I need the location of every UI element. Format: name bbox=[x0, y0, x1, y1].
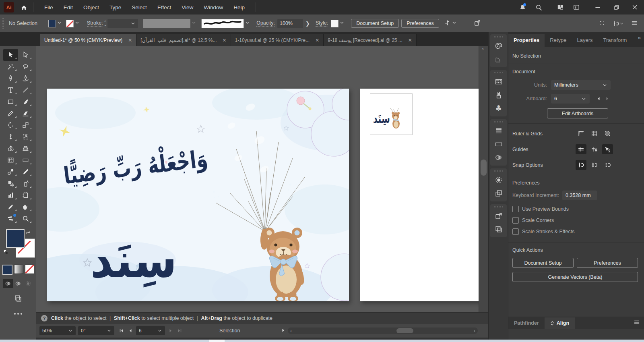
symbols-panel-icon[interactable]: ♣ bbox=[490, 102, 507, 115]
panel-menu-icon[interactable] bbox=[634, 319, 640, 327]
color-mode-button[interactable] bbox=[2, 265, 12, 275]
tab-align[interactable]: Align bbox=[545, 317, 575, 329]
snap-to-grid-button[interactable] bbox=[589, 160, 600, 170]
change-screen-mode-button[interactable] bbox=[0, 294, 36, 303]
align-glyph-grid-icon[interactable] bbox=[599, 20, 605, 27]
dock-group-grip[interactable] bbox=[494, 121, 503, 122]
pin-dropdown-icon[interactable] bbox=[452, 20, 457, 27]
brush-definition-preview[interactable] bbox=[201, 19, 244, 28]
swatches-panel-icon[interactable] bbox=[490, 75, 507, 88]
menu-type[interactable]: Type bbox=[104, 4, 126, 10]
fill-dropdown-icon[interactable] bbox=[57, 20, 62, 27]
gradient-tool[interactable] bbox=[18, 154, 33, 166]
graphic-styles-panel-icon[interactable] bbox=[490, 187, 507, 200]
artboard-tool[interactable] bbox=[18, 189, 33, 201]
menu-file[interactable]: File bbox=[39, 4, 58, 10]
eyedropper-tool[interactable] bbox=[18, 166, 33, 178]
width-profile-dropdown-icon[interactable] bbox=[191, 20, 196, 27]
scroll-right-icon[interactable]: › bbox=[474, 328, 475, 333]
menu-select[interactable]: Select bbox=[126, 4, 152, 10]
next-artboard-button[interactable] bbox=[604, 96, 611, 101]
gradient-mode-button[interactable] bbox=[14, 265, 23, 274]
dock-group-grip[interactable] bbox=[494, 206, 503, 207]
horizontal-scroll-thumb[interactable] bbox=[396, 328, 413, 333]
style-dropdown-icon[interactable] bbox=[339, 20, 345, 27]
previous-artboard-icon[interactable] bbox=[127, 328, 134, 333]
dock-group-grip[interactable] bbox=[494, 36, 503, 37]
minimize-button[interactable] bbox=[588, 0, 607, 14]
document-setup-button[interactable]: Document Setup bbox=[351, 19, 399, 28]
close-tab-icon[interactable]: ✕ bbox=[315, 37, 319, 43]
pencil-tool[interactable] bbox=[3, 108, 18, 119]
shape-builder-tool[interactable] bbox=[3, 143, 18, 154]
asset-export-panel-icon[interactable] bbox=[490, 209, 507, 222]
snap-to-glyph-button[interactable] bbox=[602, 160, 613, 170]
tab-layers[interactable]: Layers bbox=[572, 34, 598, 47]
brush-dropdown-icon[interactable] bbox=[245, 20, 250, 27]
pen-tool[interactable] bbox=[3, 73, 18, 84]
free-transform-tool[interactable] bbox=[18, 131, 33, 143]
stroke-panel-icon[interactable] bbox=[490, 124, 507, 137]
artboard-dropdown[interactable]: 6 bbox=[551, 94, 590, 104]
workspace-switcher-icon[interactable] bbox=[552, 0, 568, 14]
type-tool[interactable] bbox=[3, 84, 18, 96]
stroke-weight-label[interactable]: Stroke: bbox=[87, 20, 103, 27]
scale-tool[interactable] bbox=[18, 119, 33, 131]
artboard-next[interactable]: سِنَد bbox=[360, 89, 479, 301]
notifications-bell-icon[interactable] bbox=[514, 0, 530, 14]
help-icon[interactable]: ? bbox=[41, 315, 47, 321]
document-tab[interactable]: [تصميم_قلب_القرآن].ai* @ 12.5 %... ✕ bbox=[136, 34, 231, 46]
perspective-grid-tool[interactable] bbox=[18, 143, 33, 154]
fill-proxy-swatch[interactable] bbox=[6, 229, 25, 248]
tab-properties[interactable]: Properties bbox=[508, 34, 545, 47]
swap-fill-stroke-icon[interactable] bbox=[25, 230, 31, 237]
document-tab[interactable]: 9-18 يوسف [Recovered].ai @ 25 ... ✕ bbox=[324, 34, 417, 46]
variable-width-profile-dropdown[interactable] bbox=[143, 19, 190, 28]
menu-object[interactable]: Object bbox=[78, 4, 104, 10]
edit-artboards-icon[interactable] bbox=[474, 19, 481, 28]
style-label[interactable]: Style: bbox=[316, 20, 328, 27]
color-panel-icon[interactable] bbox=[490, 39, 507, 52]
fill-color-swatch[interactable] bbox=[48, 20, 56, 27]
stroke-weight-stepper[interactable]: ⌃⌃ bbox=[104, 21, 107, 26]
intertwine-tool[interactable] bbox=[3, 213, 18, 224]
knife-tool[interactable] bbox=[3, 201, 18, 213]
app-logo-icon[interactable]: Ai bbox=[4, 2, 14, 12]
status-expand-icon[interactable] bbox=[281, 328, 286, 334]
close-tab-icon[interactable]: ✕ bbox=[223, 37, 227, 43]
opacity-field[interactable]: 100% bbox=[277, 19, 303, 28]
close-tab-icon[interactable]: ✕ bbox=[128, 37, 132, 43]
tab-retype[interactable]: Retype bbox=[545, 34, 572, 47]
vertical-scrollbar[interactable]: ⌃ ⌃ bbox=[479, 46, 489, 324]
restore-button[interactable] bbox=[607, 0, 625, 14]
search-icon[interactable] bbox=[530, 0, 547, 14]
scale-corners-checkbox[interactable] bbox=[512, 217, 519, 224]
canvas-area[interactable]: وَاجْعَلْهُ رَبِّ رَضِيًّا سِنَد bbox=[36, 46, 479, 312]
draw-inside-mode-button[interactable] bbox=[23, 279, 33, 288]
show-rulers-button[interactable] bbox=[576, 129, 586, 139]
zoom-tool[interactable] bbox=[18, 213, 33, 224]
transparency-panel-icon[interactable] bbox=[490, 151, 507, 164]
menu-window[interactable]: Window bbox=[198, 4, 228, 10]
vertical-scroll-thumb[interactable] bbox=[481, 160, 487, 176]
zoom-level-dropdown[interactable]: 50% bbox=[39, 326, 76, 335]
document-tab[interactable]: 1-10yusuf.ai @ 25 % (CMYK/Pre... ✕ bbox=[231, 34, 324, 46]
keyboard-increment-field[interactable]: 0.3528 mm bbox=[562, 191, 597, 200]
direct-selection-tool[interactable] bbox=[18, 49, 33, 61]
close-button[interactable] bbox=[625, 0, 644, 14]
snap-to-point-button[interactable] bbox=[576, 160, 586, 170]
menu-effect[interactable]: Effect bbox=[152, 4, 176, 10]
blend-tool[interactable] bbox=[3, 166, 18, 178]
column-graph-tool[interactable] bbox=[3, 189, 18, 201]
document-tab[interactable]: Untitled-1* @ 50 % (CMYK/Preview) ✕ bbox=[40, 34, 136, 46]
show-guides-button[interactable] bbox=[576, 144, 586, 154]
none-mode-button[interactable] bbox=[25, 265, 34, 274]
artboards-panel-icon[interactable] bbox=[490, 222, 507, 236]
tab-pathfinder[interactable]: Pathfinder bbox=[508, 317, 545, 329]
hand-tool[interactable] bbox=[18, 201, 33, 213]
close-tab-icon[interactable]: ✕ bbox=[408, 37, 412, 43]
style-swatch[interactable] bbox=[331, 20, 339, 27]
next-artboard-icon[interactable] bbox=[167, 328, 174, 333]
opacity-expand-icon[interactable]: ❯ bbox=[305, 21, 310, 27]
quick-preferences-button[interactable]: Preferences bbox=[577, 258, 638, 268]
